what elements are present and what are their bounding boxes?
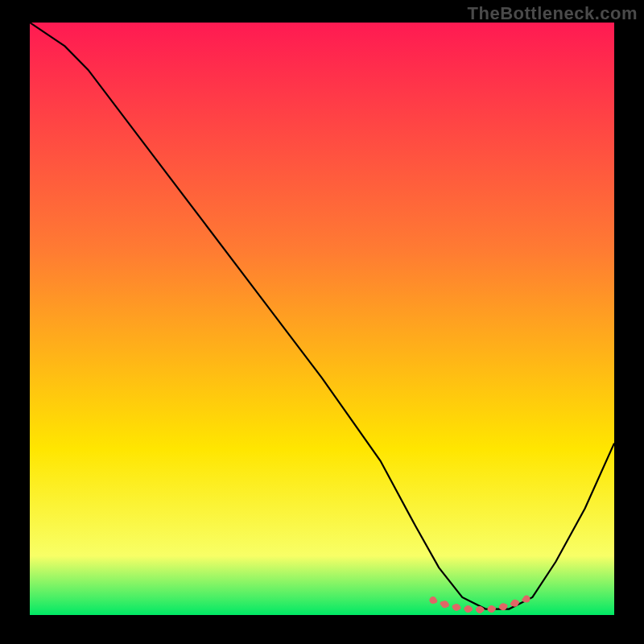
valley-marker [511, 600, 518, 607]
plot-area [30, 23, 614, 615]
valley-marker [500, 603, 507, 610]
valley-marker [453, 604, 460, 611]
valley-marker [429, 597, 436, 604]
gradient-background [30, 23, 614, 615]
valley-marker [441, 601, 448, 608]
plot-svg [30, 23, 614, 615]
valley-marker [523, 596, 530, 603]
watermark-text: TheBottleneck.com [468, 3, 638, 24]
valley-marker [464, 605, 472, 613]
chart-frame: TheBottleneck.com [0, 0, 644, 644]
valley-marker [488, 605, 495, 613]
valley-marker [477, 606, 484, 613]
